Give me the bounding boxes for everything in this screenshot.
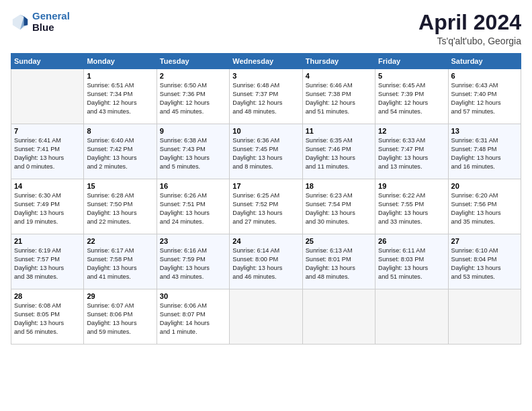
day-number: 28 [14,292,81,300]
calendar-cell: 22Sunrise: 6:17 AM Sunset: 7:58 PM Dayli… [84,234,157,289]
day-header-monday: Monday [84,54,157,69]
calendar-week-1: 1Sunrise: 6:51 AM Sunset: 7:34 PM Daylig… [11,69,521,124]
day-number: 12 [378,127,445,135]
day-info: Sunrise: 6:43 AM Sunset: 7:40 PM Dayligh… [451,81,518,116]
day-info: Sunrise: 6:40 AM Sunset: 7:42 PM Dayligh… [87,136,153,171]
calendar-cell: 7Sunrise: 6:41 AM Sunset: 7:41 PM Daylig… [11,124,84,179]
logo-icon [11,13,30,32]
calendar-cell: 1Sunrise: 6:51 AM Sunset: 7:34 PM Daylig… [84,69,157,124]
month-title: April 2024 [418,11,521,34]
calendar-cell: 5Sunrise: 6:45 AM Sunset: 7:39 PM Daylig… [375,69,448,124]
calendar-header-row: SundayMondayTuesdayWednesdayThursdayFrid… [11,54,521,69]
day-number: 30 [160,292,226,300]
day-number: 1 [87,72,153,80]
calendar-week-5: 28Sunrise: 6:08 AM Sunset: 8:05 PM Dayli… [11,289,521,345]
day-number: 27 [451,237,518,245]
calendar-cell: 24Sunrise: 6:14 AM Sunset: 8:00 PM Dayli… [230,234,302,289]
calendar-cell: 10Sunrise: 6:36 AM Sunset: 7:45 PM Dayli… [230,124,302,179]
calendar-cell: 13Sunrise: 6:31 AM Sunset: 7:48 PM Dayli… [448,124,521,179]
calendar-cell [302,289,375,345]
logo-general: General [32,10,70,21]
calendar-cell: 6Sunrise: 6:43 AM Sunset: 7:40 PM Daylig… [448,69,521,124]
day-number: 2 [160,72,226,80]
day-info: Sunrise: 6:19 AM Sunset: 7:57 PM Dayligh… [14,246,81,281]
header: General Blue April 2024 Ts'q'alt'ubo, Ge… [11,11,521,46]
calendar-cell: 16Sunrise: 6:26 AM Sunset: 7:51 PM Dayli… [157,179,229,234]
day-number: 19 [378,182,445,190]
day-info: Sunrise: 6:30 AM Sunset: 7:49 PM Dayligh… [14,191,81,226]
day-number: 11 [306,127,372,135]
title-block: April 2024 Ts'q'alt'ubo, Georgia [418,11,521,46]
day-number: 25 [306,237,372,245]
day-info: Sunrise: 6:26 AM Sunset: 7:51 PM Dayligh… [160,191,226,226]
calendar-cell: 9Sunrise: 6:38 AM Sunset: 7:43 PM Daylig… [157,124,229,179]
calendar-table: SundayMondayTuesdayWednesdayThursdayFrid… [11,53,521,345]
day-info: Sunrise: 6:20 AM Sunset: 7:56 PM Dayligh… [451,191,518,226]
day-number: 5 [378,72,445,80]
calendar-cell: 20Sunrise: 6:20 AM Sunset: 7:56 PM Dayli… [448,179,521,234]
day-info: Sunrise: 6:35 AM Sunset: 7:46 PM Dayligh… [306,136,372,171]
day-info: Sunrise: 6:17 AM Sunset: 7:58 PM Dayligh… [87,246,153,281]
day-number: 10 [232,127,299,135]
day-number: 13 [451,127,518,135]
day-info: Sunrise: 6:48 AM Sunset: 7:37 PM Dayligh… [232,81,299,116]
calendar-cell: 18Sunrise: 6:23 AM Sunset: 7:54 PM Dayli… [302,179,375,234]
day-number: 4 [306,72,372,80]
calendar-cell: 28Sunrise: 6:08 AM Sunset: 8:05 PM Dayli… [11,289,84,345]
calendar-cell: 11Sunrise: 6:35 AM Sunset: 7:46 PM Dayli… [302,124,375,179]
calendar-cell: 30Sunrise: 6:06 AM Sunset: 8:07 PM Dayli… [157,289,229,345]
day-info: Sunrise: 6:25 AM Sunset: 7:52 PM Dayligh… [232,191,299,226]
calendar-cell: 23Sunrise: 6:16 AM Sunset: 7:59 PM Dayli… [157,234,229,289]
day-number: 3 [232,72,299,80]
day-header-friday: Friday [375,54,448,69]
day-info: Sunrise: 6:07 AM Sunset: 8:06 PM Dayligh… [87,302,153,336]
day-header-thursday: Thursday [302,54,375,69]
day-info: Sunrise: 6:14 AM Sunset: 8:00 PM Dayligh… [232,246,299,281]
day-info: Sunrise: 6:22 AM Sunset: 7:55 PM Dayligh… [378,191,445,226]
day-info: Sunrise: 6:33 AM Sunset: 7:47 PM Dayligh… [378,136,445,171]
day-info: Sunrise: 6:50 AM Sunset: 7:36 PM Dayligh… [160,81,226,116]
day-header-sunday: Sunday [11,54,84,69]
day-number: 16 [160,182,226,190]
day-header-tuesday: Tuesday [157,54,229,69]
day-number: 18 [306,182,372,190]
day-number: 21 [14,237,81,245]
day-number: 23 [160,237,226,245]
day-info: Sunrise: 6:08 AM Sunset: 8:05 PM Dayligh… [14,302,81,336]
day-number: 24 [232,237,299,245]
calendar-cell: 19Sunrise: 6:22 AM Sunset: 7:55 PM Dayli… [375,179,448,234]
logo: General Blue [11,11,70,33]
day-info: Sunrise: 6:31 AM Sunset: 7:48 PM Dayligh… [451,136,518,171]
day-number: 14 [14,182,81,190]
calendar-cell: 29Sunrise: 6:07 AM Sunset: 8:06 PM Dayli… [84,289,157,345]
logo-text: General Blue [32,11,70,33]
calendar-cell: 25Sunrise: 6:13 AM Sunset: 8:01 PM Dayli… [302,234,375,289]
calendar-cell: 17Sunrise: 6:25 AM Sunset: 7:52 PM Dayli… [230,179,302,234]
day-number: 22 [87,237,153,245]
page: General Blue April 2024 Ts'q'alt'ubo, Ge… [0,0,532,411]
calendar-cell: 15Sunrise: 6:28 AM Sunset: 7:50 PM Dayli… [84,179,157,234]
calendar-cell [448,289,521,345]
day-info: Sunrise: 6:46 AM Sunset: 7:38 PM Dayligh… [306,81,372,116]
calendar-cell: 27Sunrise: 6:10 AM Sunset: 8:04 PM Dayli… [448,234,521,289]
calendar-cell [375,289,448,345]
day-number: 29 [87,292,153,300]
day-info: Sunrise: 6:36 AM Sunset: 7:45 PM Dayligh… [232,136,299,171]
day-number: 15 [87,182,153,190]
day-info: Sunrise: 6:28 AM Sunset: 7:50 PM Dayligh… [87,191,153,226]
day-info: Sunrise: 6:06 AM Sunset: 8:07 PM Dayligh… [160,302,226,336]
calendar-cell [11,69,84,124]
day-info: Sunrise: 6:11 AM Sunset: 8:03 PM Dayligh… [378,246,445,281]
calendar-cell: 3Sunrise: 6:48 AM Sunset: 7:37 PM Daylig… [230,69,302,124]
calendar-cell: 4Sunrise: 6:46 AM Sunset: 7:38 PM Daylig… [302,69,375,124]
day-info: Sunrise: 6:38 AM Sunset: 7:43 PM Dayligh… [160,136,226,171]
day-header-saturday: Saturday [448,54,521,69]
day-number: 9 [160,127,226,135]
calendar-cell: 2Sunrise: 6:50 AM Sunset: 7:36 PM Daylig… [157,69,229,124]
day-number: 20 [451,182,518,190]
calendar-week-4: 21Sunrise: 6:19 AM Sunset: 7:57 PM Dayli… [11,234,521,289]
calendar-cell: 8Sunrise: 6:40 AM Sunset: 7:42 PM Daylig… [84,124,157,179]
calendar-cell [230,289,302,345]
day-info: Sunrise: 6:41 AM Sunset: 7:41 PM Dayligh… [14,136,81,171]
day-info: Sunrise: 6:13 AM Sunset: 8:01 PM Dayligh… [306,246,372,281]
